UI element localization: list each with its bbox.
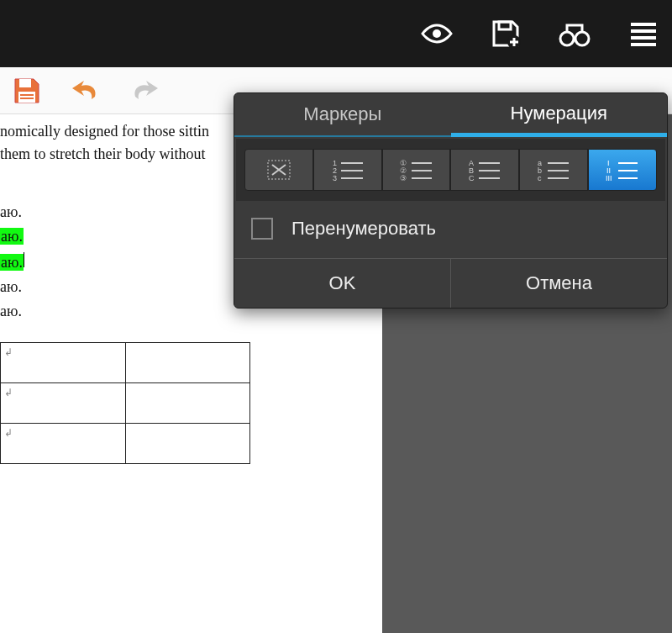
svg-point-4 — [575, 32, 589, 45]
renumber-row: Перенумеровать — [234, 203, 667, 258]
renumber-label: Перенумеровать — [291, 218, 436, 240]
numbering-style-none[interactable] — [244, 149, 313, 191]
svg-text:③: ③ — [400, 174, 407, 182]
menu-icon[interactable] — [625, 15, 662, 52]
numbering-popup: Маркеры Нумерация 123 ①②③ ABC abc IIIIII… — [234, 92, 668, 309]
table-cell[interactable] — [125, 343, 250, 383]
undo-icon[interactable] — [69, 74, 102, 108]
eye-icon[interactable] — [418, 15, 455, 52]
popup-actions: OK Отмена — [234, 258, 667, 308]
numbering-style-roman[interactable]: IIIIII — [588, 149, 657, 191]
document-table[interactable]: ↲ ↲ ↲ — [0, 342, 250, 464]
save-plus-icon[interactable] — [487, 15, 524, 52]
tab-markers[interactable]: Маркеры — [234, 93, 451, 137]
numbering-style-decimal[interactable]: 123 — [313, 149, 382, 191]
numbering-style-selector: 123 ①②③ ABC abc IIIIII — [236, 139, 665, 201]
save-icon[interactable] — [10, 74, 44, 108]
numbering-style-alpha-lower[interactable]: abc — [519, 149, 588, 191]
svg-rect-6 — [18, 92, 35, 103]
svg-point-3 — [560, 32, 574, 45]
svg-text:III: III — [606, 174, 612, 182]
table-cell[interactable]: ↲ — [1, 383, 126, 424]
tab-numbering[interactable]: Нумерация — [451, 93, 668, 137]
svg-text:C: C — [469, 174, 475, 182]
redo-icon[interactable] — [128, 74, 161, 108]
svg-text:c: c — [538, 174, 542, 182]
svg-rect-5 — [19, 79, 31, 87]
renumber-checkbox[interactable] — [251, 218, 273, 240]
svg-point-0 — [433, 29, 441, 38]
table-cell[interactable]: ↲ — [1, 343, 126, 383]
table-cell[interactable]: ↲ — [1, 424, 126, 464]
binoculars-icon[interactable] — [556, 15, 593, 52]
svg-rect-7 — [20, 94, 34, 96]
table-cell[interactable] — [125, 383, 250, 424]
popup-tabs: Маркеры Нумерация — [234, 93, 667, 137]
table-cell[interactable] — [125, 424, 250, 464]
cancel-button[interactable]: Отмена — [451, 259, 667, 308]
svg-rect-1 — [499, 22, 511, 29]
svg-text:3: 3 — [333, 174, 337, 182]
numbering-style-alpha-upper[interactable]: ABC — [450, 149, 519, 191]
numbering-style-circled[interactable]: ①②③ — [382, 149, 451, 191]
svg-rect-8 — [20, 98, 34, 99]
ok-button[interactable]: OK — [234, 259, 451, 308]
app-top-bar — [0, 0, 672, 67]
